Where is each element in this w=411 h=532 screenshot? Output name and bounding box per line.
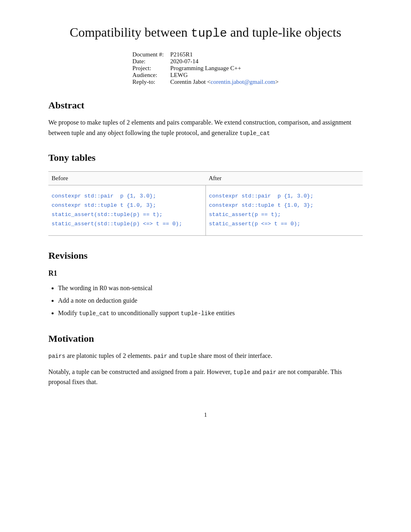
email-link[interactable]: corentin.jabot@gmail.com [211,79,275,85]
after-line-3: static_assert(p == t); [209,212,281,218]
tony-table-header-row: Before After [48,172,363,185]
motivation-para1: pairs are platonic tuples of 2 elements.… [48,351,363,361]
tony-table-before-header: Before [48,172,206,185]
revision-item-2: Add a note on deduction guide [58,295,363,306]
tuple-cat-code: tuple_cat [79,310,110,317]
tony-table-row: constexpr std::pair p {1, 3.0}; constexp… [48,185,363,236]
pair-code-2: pair [263,369,276,376]
doc-label: Document #: [133,51,170,58]
tony-table: Before After constexpr std::pair p {1, 3… [48,171,363,236]
meta-row-replyto: Reply-to: Corentin Jabot <corentin.jabot… [133,79,279,85]
before-line-4: static_assert(std::tuple(p) <=> t == 0); [52,221,182,227]
audience-label: Audience: [133,72,170,79]
tuple-like-code: tuple-like [181,310,215,317]
motivation-para2: Notably, a tuple can be constructed and … [48,367,363,387]
meta-row-audience: Audience: LEWG [133,72,279,79]
abstract-text: We propose to make tuples of 2 elements … [48,117,363,138]
date-value: 2020-07-14 [170,58,278,65]
page-title: Compatibility between tuple and tuple-li… [48,24,363,42]
replyto-label: Reply-to: [133,79,170,85]
pairs-code: pairs [48,353,65,360]
project-value: Programming Language C++ [170,65,278,72]
revision-item-3: Modify tuple_cat to unconditionally supp… [58,308,363,319]
tony-table-after-cell: constexpr std::pair p {1, 3.0}; constexp… [206,185,363,236]
after-line-1: constexpr std::pair p {1, 3.0}; [209,193,313,199]
date-label: Date: [133,58,170,65]
project-label: Project: [133,65,170,72]
before-line-1: constexpr std::pair p {1, 3.0}; [52,193,156,199]
motivation-heading: Motivation [48,333,363,344]
meta-row-date: Date: 2020-07-14 [133,58,279,65]
meta-table: Document #: P2165R1 Date: 2020-07-14 Pro… [133,51,279,85]
tony-table-before-cell: constexpr std::pair p {1, 3.0}; constexp… [48,185,206,236]
r1-heading: R1 [48,269,363,278]
revision-item-1: The wording in R0 was non-sensical [58,283,363,293]
abstract-heading: Abstract [48,100,363,111]
page-number: 1 [48,411,363,418]
doc-value: P2165R1 [170,51,278,58]
meta-row-doc: Document #: P2165R1 [133,51,279,58]
before-line-2: constexpr std::tuple t {1.0, 3}; [52,202,156,208]
replyto-value: Corentin Jabot <corentin.jabot@gmail.com… [170,79,278,85]
page: Compatibility between tuple and tuple-li… [32,0,379,451]
tony-tables-heading: Tony tables [48,152,363,163]
before-line-3: static_assert(std::tuple(p) == t); [52,212,162,218]
tony-table-after-header: After [206,172,363,185]
tuple-code-2: tuple [233,369,250,376]
pair-code-1: pair [154,353,168,360]
revisions-list: The wording in R0 was non-sensical Add a… [58,283,363,319]
after-line-4: static_assert(p <=> t == 0); [209,221,301,227]
after-line-2: constexpr std::tuple t {1.0, 3}; [209,202,313,208]
revisions-heading: Revisions [48,250,363,261]
meta-row-project: Project: Programming Language C++ [133,65,279,72]
audience-value: LEWG [170,72,278,79]
tuple-code-1: tuple [180,353,197,360]
